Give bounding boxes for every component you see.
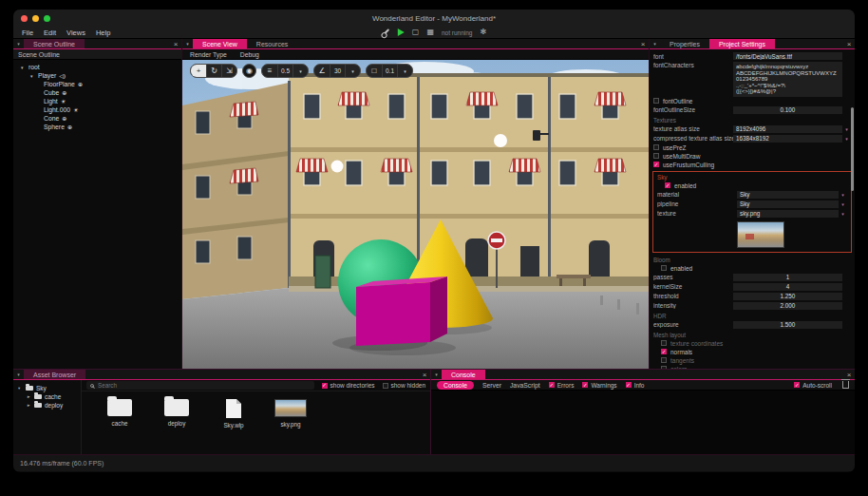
play-icon[interactable] xyxy=(398,29,405,36)
sky-enabled-checkbox[interactable] xyxy=(665,182,670,188)
tree-item-floorplane[interactable]: FloorPlane ⊕ xyxy=(13,80,181,88)
compressed-atlas-size-select[interactable]: 16384x8192 xyxy=(733,135,842,143)
asset-item-sky-wlp[interactable]: Sky.wlp xyxy=(213,399,255,454)
bloom-intensity-field[interactable]: 2.000 xyxy=(733,302,842,310)
console-tab-console[interactable]: Console xyxy=(437,381,474,390)
tab-scene-view[interactable]: Scene View xyxy=(193,39,247,48)
tree-item-sphere[interactable]: Sphere ⊕ xyxy=(13,123,181,131)
close-icon[interactable]: × xyxy=(637,39,649,48)
search-box[interactable] xyxy=(86,381,314,390)
bloom-passes-field[interactable]: 1 xyxy=(733,274,842,281)
menu-render-type[interactable]: Render Type xyxy=(190,51,227,58)
console-output[interactable] xyxy=(431,391,855,454)
panel-menu-icon[interactable]: ▾ xyxy=(13,39,24,48)
colors-checkbox[interactable] xyxy=(661,366,667,369)
errors-checkbox[interactable] xyxy=(549,382,555,388)
chevron-down-icon[interactable]: ▾ xyxy=(842,136,851,142)
sky-material-select[interactable]: Sky xyxy=(737,191,839,199)
asset-tree-cache[interactable]: ► cache xyxy=(13,392,81,401)
globe-space-button[interactable]: ◉ xyxy=(242,64,256,78)
asset-item-cache[interactable]: cache xyxy=(99,399,141,454)
font-field[interactable]: /fonts/DejaVuSans.ttf xyxy=(733,52,842,60)
menu-debug[interactable]: Debug xyxy=(240,51,259,58)
tree-item-light[interactable]: Light ☀ xyxy=(13,97,181,105)
console-tab-javascript[interactable]: JavaScript xyxy=(510,382,540,389)
chevron-down-icon[interactable]: ▾ xyxy=(345,65,360,77)
menu-help[interactable]: Help xyxy=(96,29,110,37)
grid-snap-icon[interactable]: ≡ xyxy=(262,65,277,77)
scale-snap-value[interactable]: 0.1 xyxy=(382,65,397,77)
expand-icon[interactable]: ▾ xyxy=(30,73,35,79)
panel-menu-icon[interactable]: ▾ xyxy=(431,370,442,379)
tree-item-light000[interactable]: Light.000 ☀ xyxy=(13,105,181,114)
info-checkbox[interactable] xyxy=(626,382,632,388)
gears-icon[interactable]: ✻ xyxy=(480,29,486,36)
tab-properties[interactable]: Properties xyxy=(660,39,709,48)
scrollbar-thumb[interactable] xyxy=(851,107,854,191)
texture-atlas-size-select[interactable]: 8192x4096 xyxy=(733,125,842,133)
tab-resources[interactable]: Resources xyxy=(247,39,297,48)
tab-scene-outline[interactable]: Scene Outline xyxy=(24,39,85,48)
sky-pipeline-select[interactable]: Sky xyxy=(737,200,839,208)
panel-menu-icon[interactable]: ▾ xyxy=(13,370,24,379)
angle-snap-icon[interactable]: ∠ xyxy=(314,65,330,77)
console-tab-server[interactable]: Server xyxy=(482,382,501,389)
bloom-kernelSize-field[interactable]: 4 xyxy=(733,283,842,291)
fontOutline-checkbox[interactable] xyxy=(653,98,659,104)
chevron-down-icon[interactable]: ▾ xyxy=(839,201,847,207)
tab-project-settings[interactable]: Project Settings xyxy=(709,39,775,48)
angle-snap-value[interactable]: 30 xyxy=(330,65,345,77)
asset-tree-deploy[interactable]: ► deploy xyxy=(13,401,81,410)
chevron-down-icon[interactable]: ▾ xyxy=(842,126,851,132)
fontOutlineSize-field[interactable]: 0.100 xyxy=(733,106,842,114)
useMultiDraw-checkbox[interactable] xyxy=(653,153,659,159)
tree-item-root[interactable]: ▾ root xyxy=(13,63,181,71)
bloom-enabled-checkbox[interactable] xyxy=(661,265,667,271)
warnings-checkbox[interactable] xyxy=(582,382,588,388)
menu-views[interactable]: Views xyxy=(66,29,85,37)
chevron-down-icon[interactable]: ▾ xyxy=(839,211,847,217)
tangents-checkbox[interactable] xyxy=(661,357,667,363)
close-icon[interactable]: × xyxy=(843,370,855,379)
build-icon[interactable] xyxy=(382,29,389,36)
collapsed-arrow-icon[interactable]: ► xyxy=(27,403,31,408)
chevron-down-icon[interactable]: ▾ xyxy=(292,65,308,77)
close-icon[interactable]: × xyxy=(843,39,855,48)
tree-item-cube[interactable]: Cube ⊕ xyxy=(13,88,181,97)
panel-menu-icon[interactable]: ▾ xyxy=(182,39,193,48)
tab-asset-browser[interactable]: Asset Browser xyxy=(24,370,85,379)
move-tool-button[interactable]: + xyxy=(191,65,206,77)
fontCharacters-field[interactable]: abcdefghijklmnopqrstuvwxyz ABCDEFGHIJKLM… xyxy=(733,62,842,97)
asset-tree-sky[interactable]: ▾ Sky xyxy=(13,384,81,392)
package-icon[interactable]: ▦ xyxy=(426,29,434,36)
expand-icon[interactable]: ▾ xyxy=(21,65,26,70)
texcoords-checkbox[interactable] xyxy=(661,340,667,346)
scale-snap-icon[interactable]: □ xyxy=(367,65,382,77)
hdr-exposure-field[interactable]: 1.500 xyxy=(733,321,842,329)
tree-item-cone[interactable]: Cone ⊕ xyxy=(13,114,181,123)
tab-console[interactable]: Console xyxy=(442,370,485,379)
show-directories-checkbox[interactable] xyxy=(322,383,328,389)
bloom-threshold-field[interactable]: 1.250 xyxy=(733,293,842,300)
open-browser-icon[interactable]: ▢ xyxy=(412,29,420,36)
chevron-down-icon[interactable]: ▾ xyxy=(397,65,412,77)
menu-file[interactable]: File xyxy=(22,29,33,37)
trash-icon[interactable] xyxy=(842,381,849,389)
search-input[interactable] xyxy=(98,382,311,389)
useFrustumCulling-checkbox[interactable] xyxy=(653,162,659,167)
panel-menu-icon[interactable]: ▾ xyxy=(650,39,660,48)
autoscroll-checkbox[interactable] xyxy=(794,382,800,388)
viewport-3d[interactable]: + ↻ ⇲ ◉ ≡ 0.5 ▾ ∠ 30 ▾ xyxy=(182,60,649,369)
normals-checkbox[interactable] xyxy=(661,349,667,354)
chevron-down-icon[interactable]: ▾ xyxy=(839,192,847,198)
tree-item-player[interactable]: ▾ Player ◁) xyxy=(13,71,181,80)
scale-tool-button[interactable]: ⇲ xyxy=(221,65,236,77)
asset-item-sky-png[interactable]: sky.png xyxy=(270,399,311,454)
menu-edit[interactable]: Edit xyxy=(44,29,56,37)
close-icon[interactable]: × xyxy=(419,370,430,379)
usePreZ-checkbox[interactable] xyxy=(653,144,659,150)
collapsed-arrow-icon[interactable]: ► xyxy=(27,394,31,399)
close-icon[interactable]: × xyxy=(170,39,181,48)
asset-item-deploy[interactable]: deploy xyxy=(156,399,198,454)
show-hidden-checkbox[interactable] xyxy=(383,383,388,389)
